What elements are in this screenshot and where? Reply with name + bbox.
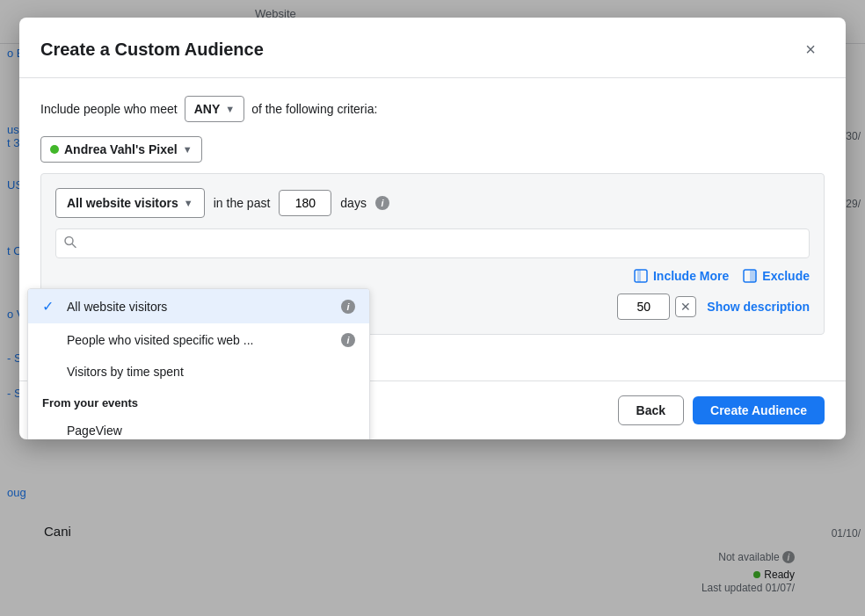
modal-overlay: Create a Custom Audience × Include peopl… [0,0,865,616]
pixel-dropdown-chevron: ▼ [183,144,193,155]
include-more-icon [634,269,648,283]
info-icon-all-visitors: i [341,300,355,314]
days-info-icon[interactable]: i [375,196,389,210]
pixel-selector[interactable]: Andrea Vahl's Pixel ▼ [40,136,202,163]
modal: Create a Custom Audience × Include peopl… [19,18,846,439]
dropdown-item-info-all-visitors[interactable]: i [341,299,355,314]
close-button[interactable]: × [796,35,825,63]
show-description-button[interactable]: Show description [707,300,810,314]
search-container [55,228,810,258]
refine-input[interactable] [617,294,670,320]
criteria-prefix: Include people who meet [40,102,178,116]
back-button[interactable]: Back [618,395,684,425]
include-more-label: Include More [653,269,729,283]
exclude-label: Exclude [762,269,810,283]
any-dropdown[interactable]: ANY ▼ [185,96,244,122]
criteria-box: All website visitors ▼ in the past days … [40,173,825,335]
search-icon [64,236,76,251]
visitors-dropdown-chevron: ▼ [184,198,193,208]
create-audience-button[interactable]: Create Audience [693,396,825,424]
dropdown-item-specific-web[interactable]: People who visited specific web ... i [28,323,369,356]
exclude-button[interactable]: Exclude [743,269,810,283]
exclude-icon [743,269,757,283]
check-icon-all-visitors: ✓ [42,298,60,315]
info-icon-specific-web: i [341,333,355,347]
days-input[interactable] [279,190,331,216]
visitors-dropdown[interactable]: All website visitors ▼ [55,188,205,218]
dropdown-item-all-visitors[interactable]: ✓ All website visitors i [28,289,369,323]
dropdown-scroll[interactable]: ✓ All website visitors i People who visi… [28,289,369,439]
action-row: Include More Exclude [55,269,810,283]
any-dropdown-label: ANY [194,102,221,116]
visitors-dropdown-label: All website visitors [67,196,178,210]
days-label: days [340,196,367,210]
modal-header: Create a Custom Audience × [19,18,846,78]
svg-line-1 [72,244,76,248]
any-dropdown-chevron: ▼ [225,104,235,114]
refine-input-wrapper: ✕ [617,294,696,320]
search-input[interactable] [55,228,810,258]
dropdown-item-label-pageview: PageView [67,424,122,438]
criteria-inner-row: All website visitors ▼ in the past days … [55,188,810,218]
criteria-suffix: of the following criteria: [251,102,377,116]
pixel-status-dot [50,145,59,154]
dropdown-item-info-specific-web[interactable]: i [341,332,355,347]
svg-rect-3 [637,270,641,282]
include-more-button[interactable]: Include More [634,269,729,283]
criteria-row: Include people who meet ANY ▼ of the fol… [40,96,825,122]
in-past-label: in the past [214,196,271,210]
pixel-name: Andrea Vahl's Pixel [64,142,178,156]
modal-title: Create a Custom Audience [40,40,264,60]
dropdown-item-pageview[interactable]: PageView [28,415,369,439]
svg-rect-5 [750,270,756,282]
dropdown-item-label-specific-web: People who visited specific web ... [67,333,253,347]
refine-close-button[interactable]: ✕ [675,296,696,317]
dropdown-menu: ✓ All website visitors i People who visi… [27,288,370,439]
dropdown-item-time-spent[interactable]: Visitors by time spent [28,356,369,388]
dropdown-item-label-time-spent: Visitors by time spent [67,365,184,379]
footer-right: Back Create Audience [618,395,825,425]
dropdown-item-label-all-visitors: All website visitors [67,300,167,314]
dropdown-section-header-events: From your events [28,388,369,415]
modal-body: Include people who meet ANY ▼ of the fol… [19,78,846,363]
